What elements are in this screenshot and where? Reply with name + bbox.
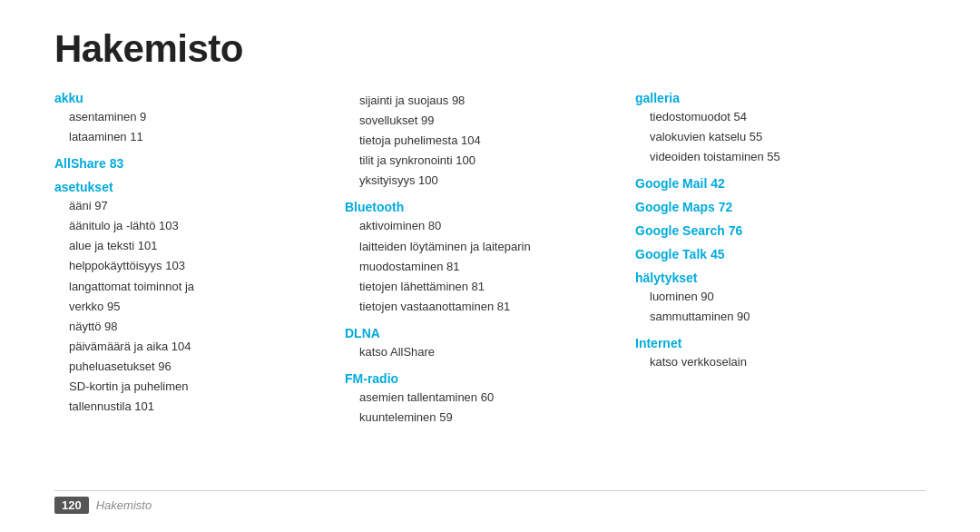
index-item-col0-sec2-item2: alue ja teksti 101 bbox=[54, 236, 327, 256]
index-item-col0-sec2-item4: langattomat toiminnot ja bbox=[54, 277, 327, 297]
index-item-col1-sec3-item0: asemien tallentaminen 60 bbox=[345, 388, 617, 408]
index-item-col2-sec5-item1: sammuttaminen 90 bbox=[635, 307, 907, 327]
index-item-col2-sec6-item0: katso verkkoselain bbox=[635, 352, 907, 372]
page-title: Hakemisto bbox=[54, 27, 926, 71]
index-heading-col2-sec5: hälytykset bbox=[635, 271, 907, 285]
index-heading-col0-sec2: asetukset bbox=[54, 180, 327, 194]
column-3: galleriatiedostomuodot 54valokuvien kats… bbox=[635, 91, 926, 481]
index-item-col1-sec1-item4: tietojen vastaanottaminen 81 bbox=[345, 297, 617, 317]
index-item-col2-sec0-item2: videoiden toistaminen 55 bbox=[635, 147, 907, 167]
index-item-col0-sec0-item0: asentaminen 9 bbox=[54, 107, 327, 127]
index-item-col0-sec2-item9: SD-kortin ja puhelimen bbox=[54, 377, 327, 397]
index-item-col1-sec0-item3: tilit ja synkronointi 100 bbox=[345, 151, 617, 171]
index-heading-col0-sec1: AllShare 83 bbox=[54, 156, 327, 171]
footer-text: Hakemisto bbox=[96, 498, 152, 512]
index-item-col2-sec0-item1: valokuvien katselu 55 bbox=[635, 127, 907, 147]
index-item-col2-sec5-item0: luominen 90 bbox=[635, 287, 907, 307]
index-heading-col2-sec4: Google Talk 45 bbox=[635, 247, 907, 261]
index-heading-col2-sec6: Internet bbox=[635, 336, 907, 350]
index-heading-col1-sec1: Bluetooth bbox=[345, 200, 617, 214]
index-item-col1-sec2-item0: katso AllShare bbox=[345, 342, 617, 362]
index-heading-col1-sec3: FM-radio bbox=[345, 371, 617, 386]
index-heading-col2-sec1: Google Mail 42 bbox=[635, 176, 907, 191]
index-item-col1-sec0-item4: yksityisyys 100 bbox=[345, 171, 617, 191]
index-heading-col2-sec2: Google Maps 72 bbox=[635, 200, 907, 214]
index-heading-col2-sec3: Google Search 76 bbox=[635, 223, 907, 238]
index-item-col1-sec0-item1: sovellukset 99 bbox=[345, 111, 617, 131]
index-item-col0-sec2-item1: äänitulo ja -lähtö 103 bbox=[54, 216, 327, 236]
footer: 120 Hakemisto bbox=[54, 490, 926, 514]
index-item-col2-sec0-item0: tiedostomuodot 54 bbox=[635, 107, 907, 127]
index-item-col1-sec1-item2: muodostaminen 81 bbox=[345, 257, 617, 277]
index-item-col0-sec2-item5: verkko 95 bbox=[54, 297, 327, 317]
index-columns: akkuasentaminen 9lataaminen 11AllShare 8… bbox=[54, 91, 926, 481]
index-item-col0-sec2-item3: helppokäyttöisyys 103 bbox=[54, 256, 327, 276]
column-2: sijainti ja suojaus 98sovellukset 99tiet… bbox=[345, 91, 635, 481]
index-item-col1-sec1-item0: aktivoiminen 80 bbox=[345, 216, 617, 236]
index-heading-col2-sec0: galleria bbox=[635, 91, 907, 105]
index-item-col0-sec2-item6: näyttö 98 bbox=[54, 317, 327, 337]
index-heading-col0-sec0: akku bbox=[54, 91, 327, 105]
index-heading-col1-sec2: DLNA bbox=[345, 326, 617, 340]
index-item-col1-sec3-item1: kuunteleminen 59 bbox=[345, 408, 617, 428]
index-item-col1-sec1-item3: tietojen lähettäminen 81 bbox=[345, 277, 617, 297]
index-item-col0-sec2-item0: ääni 97 bbox=[54, 196, 327, 216]
column-1: akkuasentaminen 9lataaminen 11AllShare 8… bbox=[54, 91, 345, 481]
page-number: 120 bbox=[54, 497, 89, 514]
index-item-col1-sec0-item0: sijainti ja suojaus 98 bbox=[345, 91, 617, 111]
index-item-col0-sec2-item10: tallennustila 101 bbox=[54, 397, 327, 417]
page: Hakemisto akkuasentaminen 9lataaminen 11… bbox=[0, 0, 980, 532]
index-item-col0-sec0-item1: lataaminen 11 bbox=[54, 127, 327, 147]
index-item-col1-sec1-item1: laitteiden löytäminen ja laiteparin bbox=[345, 237, 617, 257]
index-item-col0-sec2-item8: puheluasetukset 96 bbox=[54, 357, 327, 377]
index-item-col0-sec2-item7: päivämäärä ja aika 104 bbox=[54, 337, 327, 357]
index-item-col1-sec0-item2: tietoja puhelimesta 104 bbox=[345, 131, 617, 151]
